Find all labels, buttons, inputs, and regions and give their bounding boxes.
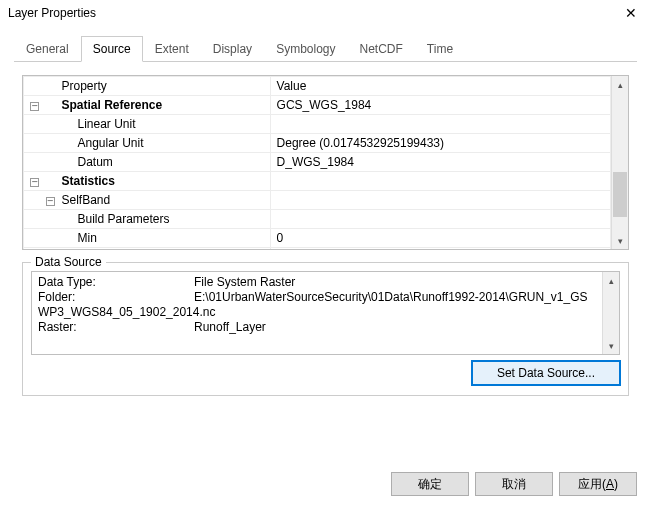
prop-label: Spatial Reference [56,96,271,115]
scroll-down-icon[interactable]: ▾ [603,337,619,354]
cancel-button[interactable]: 取消 [475,472,553,496]
window-title: Layer Properties [8,6,96,20]
property-grid-body: Property Value − Spatial Reference GCS_W… [23,76,611,249]
data-source-group: Data Source Data Type: File System Raste… [22,262,629,396]
prop-value: GCS_WGS_1984 [270,96,610,115]
row-selfband[interactable]: − SelfBand [24,191,611,210]
tab-display[interactable]: Display [201,36,264,62]
collapse-icon[interactable]: − [46,197,55,206]
data-source-box: Data Type: File System Raster Folder:E:\… [31,271,620,355]
tab-source[interactable]: Source [81,36,143,62]
row-max[interactable]: Max 17.31721496582031 [24,248,611,250]
set-data-source-button[interactable]: Set Data Source... [472,361,620,385]
row-statistics[interactable]: − Statistics [24,172,611,191]
ds-value: Runoff_Layer [194,320,266,335]
tab-extent[interactable]: Extent [143,36,201,62]
prop-value [270,115,610,134]
row-linear-unit[interactable]: Linear Unit [24,115,611,134]
ds-label: Data Type: [38,275,194,290]
ds-value: File System Raster [194,275,295,290]
ds-row-raster: Raster: Runoff_Layer [38,320,596,335]
ds-row-folder: Folder:E:\01UrbanWaterSourceSecurity\01D… [38,290,596,320]
property-grid[interactable]: Property Value − Spatial Reference GCS_W… [22,75,629,250]
prop-value: D_WGS_1984 [270,153,610,172]
collapse-icon[interactable]: − [30,102,39,111]
collapse-icon[interactable]: − [30,178,39,187]
data-source-buttons: Set Data Source... [31,361,620,385]
apply-button[interactable]: 应用(A) [559,472,637,496]
prop-label: Min [56,229,271,248]
tab-strip: General Source Extent Display Symbology … [14,36,637,62]
prop-value: 0 [270,229,610,248]
prop-label: Linear Unit [56,115,271,134]
tab-symbology[interactable]: Symbology [264,36,347,62]
prop-value: Degree (0.0174532925199433) [270,134,610,153]
prop-label: Max [56,248,271,250]
prop-value: 17.31721496582031 [270,248,610,250]
tab-time[interactable]: Time [415,36,465,62]
ds-label: Folder: [38,290,194,305]
prop-label: Statistics [56,172,271,191]
tab-netcdf[interactable]: NetCDF [348,36,415,62]
row-build-parameters[interactable]: Build Parameters [24,210,611,229]
ok-button[interactable]: 确定 [391,472,469,496]
row-min[interactable]: Min 0 [24,229,611,248]
prop-label: Datum [56,153,271,172]
prop-label: Build Parameters [56,210,271,229]
row-datum[interactable]: Datum D_WGS_1984 [24,153,611,172]
prop-label: SelfBand [56,191,271,210]
scrollbar-vertical[interactable]: ▴ ▾ [602,272,619,354]
tab-panel-source: Property Value − Spatial Reference GCS_W… [14,62,637,404]
ds-label: Raster: [38,320,194,335]
prop-value [270,210,610,229]
header-value: Value [270,77,610,96]
data-source-content: Data Type: File System Raster Folder:E:\… [32,272,602,354]
prop-value [270,172,610,191]
ds-row-datatype: Data Type: File System Raster [38,275,596,290]
row-angular-unit[interactable]: Angular Unit Degree (0.0174532925199433) [24,134,611,153]
scroll-thumb[interactable] [613,172,627,217]
scrollbar-vertical[interactable]: ▴ ▾ [611,76,628,249]
scroll-down-icon[interactable]: ▾ [612,232,628,249]
close-icon[interactable]: ✕ [617,3,645,23]
prop-value [270,191,610,210]
header-property: Property [56,77,271,96]
data-source-legend: Data Source [31,255,106,269]
tab-general[interactable]: General [14,36,81,62]
prop-label: Angular Unit [56,134,271,153]
dialog-button-bar: 确定 取消 应用(A) [391,472,637,496]
row-spatial-reference[interactable]: − Spatial Reference GCS_WGS_1984 [24,96,611,115]
scroll-up-icon[interactable]: ▴ [603,272,619,289]
scroll-up-icon[interactable]: ▴ [612,76,628,93]
title-bar: Layer Properties ✕ [0,0,651,26]
